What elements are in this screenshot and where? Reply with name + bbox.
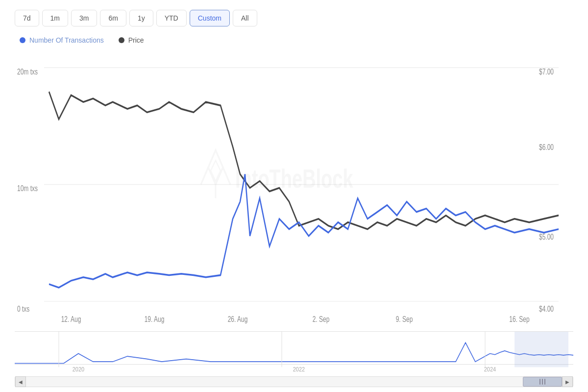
svg-text:2024: 2024 <box>484 366 496 373</box>
svg-text:IntoTheBlock: IntoTheBlock <box>235 164 353 194</box>
scroll-left-arrow[interactable]: ◀ <box>15 376 26 387</box>
legend-dot-transactions <box>20 37 25 43</box>
svg-marker-16 <box>208 150 223 184</box>
chart-legend: Number Of Transactions Price <box>15 36 573 44</box>
scrollbar[interactable]: ◀ ▶ <box>15 376 573 387</box>
svg-text:$7.00: $7.00 <box>539 67 554 76</box>
btn-6m[interactable]: 6m <box>100 10 126 26</box>
svg-text:$4.00: $4.00 <box>539 304 554 313</box>
btn-3m[interactable]: 3m <box>71 10 97 26</box>
price-line <box>49 92 559 229</box>
scroll-right-arrow[interactable]: ▶ <box>562 376 573 387</box>
legend-label-price: Price <box>128 36 144 44</box>
svg-text:$5.00: $5.00 <box>539 232 554 241</box>
legend-label-transactions: Number Of Transactions <box>29 36 104 44</box>
svg-text:2. Sep: 2. Sep <box>313 315 330 323</box>
svg-text:9. Sep: 9. Sep <box>396 315 413 323</box>
btn-7d[interactable]: 7d <box>15 10 39 26</box>
svg-line-18 <box>201 167 208 184</box>
legend-price: Price <box>119 36 144 44</box>
svg-text:2022: 2022 <box>293 366 305 373</box>
time-range-buttons: 7d 1m 3m 6m 1y YTD Custom All <box>15 10 573 26</box>
scroll-grip-1 <box>539 379 540 385</box>
svg-text:2020: 2020 <box>73 366 85 373</box>
svg-line-19 <box>223 167 230 184</box>
svg-text:0 txs: 0 txs <box>17 304 29 313</box>
btn-ytd[interactable]: YTD <box>156 10 187 26</box>
main-container: 7d 1m 3m 6m 1y YTD Custom All Number Of … <box>0 0 588 392</box>
btn-all[interactable]: All <box>233 10 257 26</box>
svg-text:16. Sep: 16. Sep <box>509 315 529 323</box>
main-chart[interactable]: 20m txs 10m txs 0 txs $7.00 $6.00 $5.00 … <box>15 54 573 329</box>
scroll-grip-3 <box>544 379 545 385</box>
mini-chart[interactable]: 2020 2022 2024 <box>15 331 573 375</box>
scroll-track[interactable] <box>26 377 562 387</box>
mini-selected-region <box>514 332 568 367</box>
legend-transactions: Number Of Transactions <box>20 36 104 44</box>
btn-custom[interactable]: Custom <box>190 10 230 26</box>
scroll-grip-2 <box>542 379 543 385</box>
svg-text:19. Aug: 19. Aug <box>145 315 165 323</box>
btn-1y[interactable]: 1y <box>129 10 153 26</box>
btn-1m[interactable]: 1m <box>42 10 68 26</box>
svg-text:10m txs: 10m txs <box>17 184 38 193</box>
scroll-thumb[interactable] <box>523 377 562 387</box>
svg-text:20m txs: 20m txs <box>17 67 38 76</box>
legend-dot-price <box>119 37 124 43</box>
svg-text:$6.00: $6.00 <box>539 143 554 151</box>
chart-wrapper: 20m txs 10m txs 0 txs $7.00 $6.00 $5.00 … <box>15 54 573 387</box>
main-chart-svg: 20m txs 10m txs 0 txs $7.00 $6.00 $5.00 … <box>15 54 573 329</box>
mini-transactions-line <box>15 343 573 363</box>
svg-text:12. Aug: 12. Aug <box>61 315 81 323</box>
svg-text:26. Aug: 26. Aug <box>228 315 248 323</box>
mini-chart-svg: 2020 2022 2024 <box>15 332 573 375</box>
